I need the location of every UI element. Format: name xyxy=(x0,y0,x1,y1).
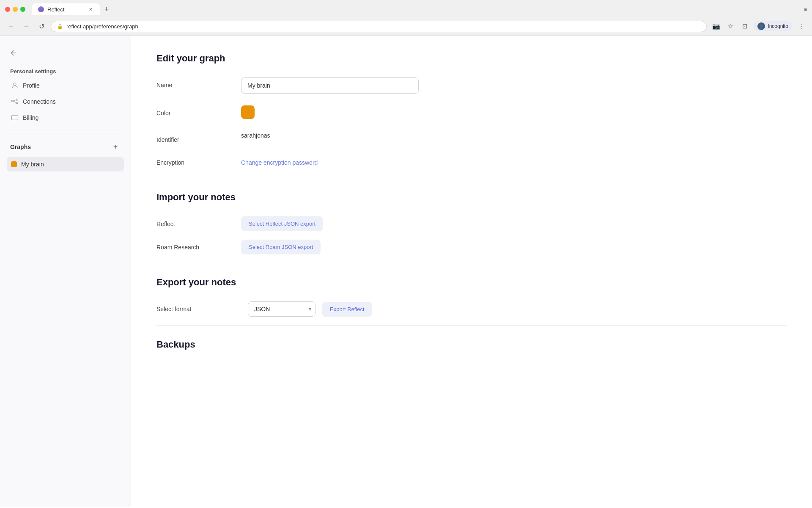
person-icon xyxy=(11,82,19,89)
url-display: reflect.app/preferences/graph xyxy=(66,23,138,30)
incognito-badge: 👤 Incognito xyxy=(753,21,793,31)
tab-close-button[interactable]: ✕ xyxy=(87,6,94,13)
sidebar-back-button[interactable] xyxy=(7,46,20,60)
name-form-control xyxy=(241,77,787,94)
graphs-label: Graphs xyxy=(10,144,31,150)
sidebar-item-connections[interactable]: Connections xyxy=(7,94,124,109)
billing-icon xyxy=(11,114,19,121)
window-minimize-button[interactable] xyxy=(13,7,18,12)
tab-strip-menu: ≡ xyxy=(804,6,807,12)
select-roam-json-button[interactable]: Select Roam JSON export xyxy=(241,240,321,254)
svg-line-5 xyxy=(13,101,16,103)
sidebar-billing-label: Billing xyxy=(23,114,38,121)
backups-heading: Backups xyxy=(156,339,787,350)
connections-icon xyxy=(11,98,19,105)
sidebar: Personal settings Profile Connections xyxy=(0,36,131,507)
format-select[interactable]: JSON Markdown xyxy=(248,301,315,317)
svg-line-4 xyxy=(13,100,16,101)
personal-settings-label: Personal settings xyxy=(7,68,124,75)
app-container: Personal settings Profile Connections xyxy=(0,36,812,507)
name-label: Name xyxy=(156,77,241,88)
import-heading: Import your notes xyxy=(156,192,787,203)
window-close-button[interactable] xyxy=(5,7,10,12)
export-format-row: Select format JSON Markdown ▾ Export Ref… xyxy=(156,301,787,317)
tab-title: Reflect xyxy=(47,6,64,13)
incognito-label: Incognito xyxy=(768,23,788,29)
graph-item-my-brain[interactable]: My brain xyxy=(7,157,124,171)
active-tab[interactable]: Reflect ✕ xyxy=(32,3,100,15)
identifier-form-control: sarahjonas xyxy=(241,132,787,139)
browser-menu-icons: 📷 ☆ ⊡ 👤 Incognito ⋮ xyxy=(710,20,807,32)
split-view-icon[interactable]: ⊡ xyxy=(739,20,751,32)
tab-bar: Reflect ✕ + xyxy=(32,3,801,15)
encryption-label: Encryption xyxy=(156,155,241,166)
window-maximize-button[interactable] xyxy=(20,7,25,12)
format-select-wrapper: JSON Markdown ▾ xyxy=(248,301,315,317)
encryption-form-control: Change encryption password xyxy=(241,155,787,166)
roam-import-row: Roam Research Select Roam JSON export xyxy=(156,240,787,254)
svg-point-0 xyxy=(14,83,16,86)
window-controls xyxy=(5,7,25,12)
import-divider xyxy=(156,178,787,178)
main-content: Edit your graph Name Color Identifier sa… xyxy=(131,36,812,507)
export-reflect-button[interactable]: Export Reflect xyxy=(322,302,372,317)
name-input[interactable] xyxy=(241,77,419,94)
svg-rect-6 xyxy=(12,116,18,120)
browser-titlebar: Reflect ✕ + ≡ xyxy=(0,0,812,19)
encryption-form-row: Encryption Change encryption password xyxy=(156,155,787,166)
lock-icon: 🔒 xyxy=(57,24,63,29)
export-heading: Export your notes xyxy=(156,277,787,288)
sidebar-item-profile[interactable]: Profile xyxy=(7,78,124,93)
format-label: Select format xyxy=(156,306,241,312)
browser-menu-button[interactable]: ⋮ xyxy=(795,20,807,32)
identifier-form-row: Identifier sarahjonas xyxy=(156,132,787,143)
graph-color-dot xyxy=(11,161,17,167)
backups-divider xyxy=(156,325,787,326)
reload-nav-button[interactable]: ↺ xyxy=(36,20,47,32)
incognito-icon: 👤 xyxy=(757,22,765,30)
bookmark-icon[interactable]: ☆ xyxy=(724,20,736,32)
name-form-row: Name xyxy=(156,77,787,94)
graph-item-label: My brain xyxy=(21,161,44,168)
sidebar-divider xyxy=(7,133,124,133)
address-bar[interactable]: 🔒 reflect.app/preferences/graph xyxy=(51,21,707,32)
color-swatch-button[interactable] xyxy=(241,105,255,119)
browser-chrome: Reflect ✕ + ≡ ← → ↺ 🔒 reflect.app/prefer… xyxy=(0,0,812,36)
graphs-section-header: Graphs + xyxy=(7,140,124,154)
sidebar-item-billing[interactable]: Billing xyxy=(7,110,124,125)
address-bar-row: ← → ↺ 🔒 reflect.app/preferences/graph 📷 … xyxy=(0,19,812,36)
forward-nav-button[interactable]: → xyxy=(20,20,32,32)
edit-graph-heading: Edit your graph xyxy=(156,53,787,64)
new-tab-button[interactable]: + xyxy=(102,4,112,14)
color-form-row: Color xyxy=(156,105,787,120)
select-reflect-json-button[interactable]: Select Reflect JSON export xyxy=(241,216,323,231)
sidebar-profile-label: Profile xyxy=(23,82,40,89)
color-label: Color xyxy=(156,105,241,116)
add-graph-button[interactable]: + xyxy=(110,142,121,152)
export-divider xyxy=(156,263,787,263)
roam-import-label: Roam Research xyxy=(156,244,241,251)
back-arrow-icon xyxy=(10,49,17,57)
identifier-label: Identifier xyxy=(156,132,241,143)
change-encryption-link[interactable]: Change encryption password xyxy=(241,155,318,166)
identifier-value: sarahjonas xyxy=(241,128,270,139)
tab-favicon-icon xyxy=(38,6,44,12)
back-nav-button[interactable]: ← xyxy=(5,20,17,32)
reflect-import-row: Reflect Select Reflect JSON export xyxy=(156,216,787,231)
sidebar-connections-label: Connections xyxy=(23,98,56,105)
reflect-import-label: Reflect xyxy=(156,221,241,227)
camera-off-icon[interactable]: 📷 xyxy=(710,20,722,32)
color-form-control xyxy=(241,105,787,120)
